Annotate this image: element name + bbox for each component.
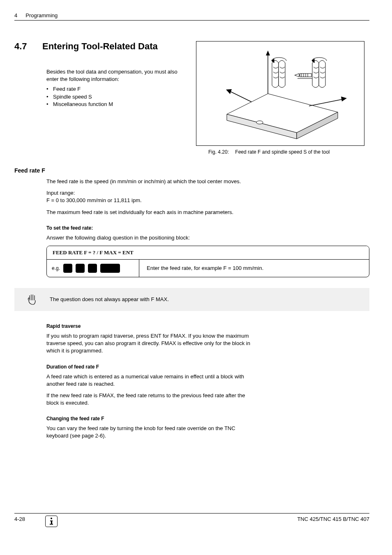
to-set-text: Answer the following dialog question in … (46, 234, 256, 242)
svg-line-6 (229, 91, 251, 102)
key-icon (63, 264, 72, 273)
page-footer: 4-28 TNC 425/TNC 415 B/TNC 407 (14, 513, 369, 522)
key-icon (100, 264, 120, 273)
info-icon (45, 516, 58, 527)
figure-caption-text: Feed rate F and spindle speed S of the t… (235, 149, 330, 155)
duration-p2: If the new feed rate is FMAX, the feed r… (46, 392, 256, 407)
svg-rect-23 (50, 524, 53, 525)
duration-p1: A feed rate which is entered as a numeri… (46, 373, 256, 388)
svg-marker-7 (226, 89, 232, 94)
note-text: The question does not always appear with… (50, 296, 169, 302)
key-icon (88, 264, 97, 273)
feed-rate-input-label: Input range: (46, 189, 256, 197)
bullet-item: Miscellaneous function M (46, 101, 188, 108)
svg-line-8 (309, 99, 344, 106)
figure-caption: Fig. 4.20: Feed rate F and spindle speed… (196, 149, 369, 155)
feed-rate-heading: Feed rate F (14, 167, 369, 174)
intro-bullets: Feed rate F Spindle speed S Miscellaneou… (46, 85, 188, 108)
eg-label: e.g. (52, 265, 60, 271)
rapid-heading: Rapid traverse (46, 323, 369, 329)
dialog-key-cell: e.g. (47, 260, 139, 277)
section-heading: 4.7 Entering Tool-Related Data (14, 41, 188, 52)
tool-diagram-svg (202, 46, 358, 141)
product-line: TNC 425/TNC 415 B/TNC 407 (297, 516, 369, 522)
chapter-title: Programming (25, 12, 58, 18)
svg-marker-5 (266, 51, 270, 55)
intro-text: Besides the tool data and compensation, … (46, 68, 188, 83)
bullet-item: Spindle speed S (46, 93, 188, 101)
dialog-header: FEED RATE F = ? / F MAX = ENT (47, 246, 369, 260)
to-set-heading: To set the feed rate: (46, 225, 369, 231)
changing-text: You can vary the feed rate by turning th… (46, 425, 256, 440)
bullet-item: Feed rate F (46, 85, 188, 93)
figure-label: Fig. 4.20: (208, 149, 234, 155)
svg-marker-9 (341, 97, 347, 101)
changing-heading: Changing the feed rate F (46, 416, 369, 421)
rapid-text: If you wish to program rapid traverse, p… (46, 332, 256, 355)
key-icon (76, 264, 85, 273)
dialog-box: FEED RATE F = ? / F MAX = ENT e.g. Enter… (46, 246, 369, 277)
feed-rate-p1: The feed rate is the speed (in mm/min or… (46, 178, 256, 185)
duration-heading: Duration of feed rate F (46, 364, 369, 370)
hand-note-icon (27, 293, 37, 306)
page-header: 4 Programming (14, 12, 369, 21)
note-callout: The question does not always appear with… (14, 288, 369, 311)
page-number: 4-28 (14, 516, 25, 522)
chapter-number: 4 (14, 12, 17, 18)
svg-point-20 (51, 518, 52, 519)
section-title: Entering Tool-Related Data (42, 41, 158, 52)
dialog-description: Enter the feed rate, for example F = 100… (139, 260, 369, 277)
svg-point-3 (256, 121, 263, 124)
feed-rate-p3: The maximum feed rate is set individuall… (46, 209, 256, 216)
feed-rate-input-range: F = 0 to 300,000 mm/min or 11,811 ipm. (46, 197, 256, 204)
svg-marker-13 (295, 74, 299, 77)
figure-illustration (196, 41, 364, 146)
section-number: 4.7 (14, 41, 30, 52)
